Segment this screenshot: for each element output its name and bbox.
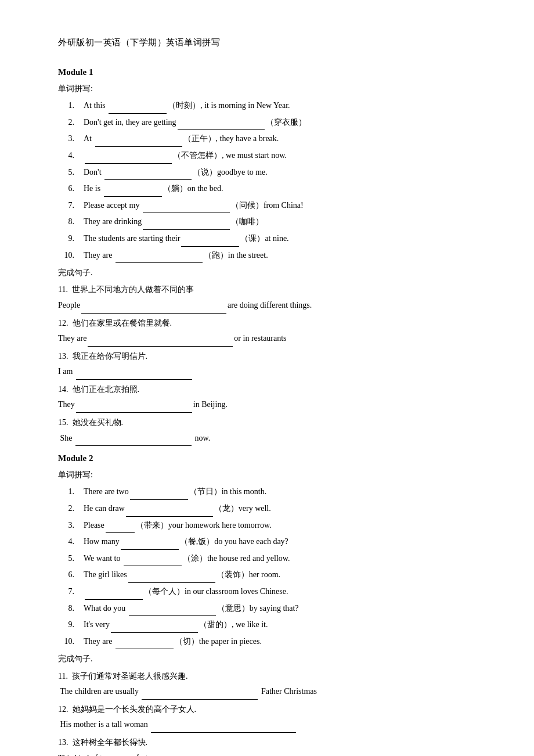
item-content: （不管怎样）, we must start now. xyxy=(84,148,488,164)
item-number: 4. xyxy=(58,148,74,164)
item-content: They are drinking（咖啡） xyxy=(84,214,488,230)
fill-blank[interactable] xyxy=(104,196,162,197)
item-number: 6. xyxy=(58,181,74,197)
item-content: He is （躺）on the bed. xyxy=(84,181,488,197)
list-item: 4. （不管怎样）, we must start now. xyxy=(58,148,488,164)
chinese-text: 15. 她没在买礼物. xyxy=(58,415,488,431)
item-number: 6. xyxy=(58,567,74,583)
fill-blank[interactable] xyxy=(121,549,179,550)
item-content: At this （时刻）, it is morning in New Year. xyxy=(84,98,488,114)
item-number: 7. xyxy=(58,584,74,600)
fill-blank[interactable] xyxy=(178,129,265,130)
fill-blank[interactable] xyxy=(111,632,198,633)
item-content: What do you （意思）by saying that? xyxy=(84,601,488,617)
item-content: The girl likes（装饰）her room. xyxy=(84,567,488,583)
fill-blank[interactable] xyxy=(129,615,216,616)
item-number: 3. xyxy=(58,518,74,534)
module2-spelling-list: 1. There are two（节日）in this month. 2. He… xyxy=(58,484,488,649)
fill-blank[interactable] xyxy=(85,163,172,164)
module1-complete-label: 完成句子. xyxy=(58,265,488,280)
item-number: 3. xyxy=(58,131,74,147)
item-content: He can draw（龙）very well. xyxy=(84,501,488,517)
complete-item: 11. 孩子们通常对圣诞老人很感兴趣. The children are usu… xyxy=(58,669,488,700)
module2: Module 2 单词拼写: 1. There are two（节日）in th… xyxy=(58,451,488,756)
english-text: Theyin Beijing. xyxy=(58,397,488,413)
item-number: 2. xyxy=(58,115,74,131)
list-item: 9. The students are starting their（课）at … xyxy=(58,231,488,247)
fill-blank[interactable] xyxy=(88,346,233,347)
module1-section-label: 单词拼写: xyxy=(58,81,488,96)
item-number: 8. xyxy=(58,214,74,230)
item-content: Please（带来）your homework here tomorrow. xyxy=(84,518,488,534)
item-number: 7. xyxy=(58,198,74,214)
fill-blank[interactable] xyxy=(143,213,230,213)
item-content: At （正午）, they have a break. xyxy=(84,131,488,147)
fill-blank[interactable] xyxy=(128,582,215,583)
complete-item: 11. 世界上不同地方的人做着不同的事 Peopleare doing diff… xyxy=(58,282,488,313)
fill-blank[interactable] xyxy=(76,379,192,380)
chinese-text: 13. 这种树全年都长得快. xyxy=(58,735,488,751)
fill-blank[interactable] xyxy=(151,732,296,733)
item-content: They are （切）the paper in pieces. xyxy=(84,634,488,650)
list-item: 2. Don't get in, they are getting（穿衣服） xyxy=(58,115,488,131)
item-number: 5. xyxy=(58,551,74,567)
chinese-text: 12. 他们在家里或在餐馆里就餐. xyxy=(58,316,488,332)
item-number: 8. xyxy=(58,601,74,617)
english-text: They areor in restaurants xyxy=(58,331,488,347)
item-number: 10. xyxy=(58,634,74,650)
item-number: 5. xyxy=(58,165,74,181)
fill-blank[interactable] xyxy=(116,649,174,649)
module2-section-label: 单词拼写: xyxy=(58,467,488,482)
fill-blank[interactable] xyxy=(143,229,230,230)
module2-title: Module 2 xyxy=(58,451,488,466)
list-item: 1. There are two（节日）in this month. xyxy=(58,484,488,500)
complete-item: 12. 她妈妈是一个长头发的高个子女人. His mother is a tal… xyxy=(58,702,488,733)
complete-item: 15. 她没在买礼物. She now. xyxy=(58,415,488,446)
list-item: 1. At this （时刻）, it is morning in New Ye… xyxy=(58,98,488,114)
fill-blank[interactable] xyxy=(142,699,258,700)
item-number: 9. xyxy=(58,617,74,633)
fill-blank[interactable] xyxy=(75,445,192,446)
module1-complete-section: 完成句子. 11. 世界上不同地方的人做着不同的事 Peopleare doin… xyxy=(58,265,488,446)
chinese-text: 13. 我正在给你写明信片. xyxy=(58,349,488,365)
list-item: 3. At （正午）, they have a break. xyxy=(58,131,488,147)
chinese-text: 12. 她妈妈是一个长头发的高个子女人. xyxy=(58,702,488,718)
complete-item: 13. 这种树全年都长得快. This kind of tree grows f… xyxy=(58,735,488,756)
english-text: This kind of tree grows fast xyxy=(58,751,488,756)
fill-blank[interactable] xyxy=(95,146,182,147)
fill-blank[interactable] xyxy=(130,499,188,500)
list-item: 8. They are drinking（咖啡） xyxy=(58,214,488,230)
item-content: （每个人）in our classroom loves Chinese. xyxy=(84,584,488,600)
complete-item: 12. 他们在家里或在餐馆里就餐. They areor in restaura… xyxy=(58,316,488,347)
module1: Module 1 单词拼写: 1. At this （时刻）, it is mo… xyxy=(58,64,488,446)
module2-complete-section: 完成句子. 11. 孩子们通常对圣诞老人很感兴趣. The children a… xyxy=(58,651,488,756)
list-item: 2. He can draw（龙）very well. xyxy=(58,501,488,517)
item-content: Don't get in, they are getting（穿衣服） xyxy=(84,115,488,131)
chinese-text: 14. 他们正在北京拍照. xyxy=(58,382,488,398)
list-item: 6. The girl likes（装饰）her room. xyxy=(58,567,488,583)
list-item: 5. We want to （涂）the house red and yello… xyxy=(58,551,488,567)
item-content: There are two（节日）in this month. xyxy=(84,484,488,500)
module1-title: Module 1 xyxy=(58,64,488,80)
fill-blank[interactable] xyxy=(106,532,135,533)
list-item: 7. Please accept my （问候）from China! xyxy=(58,198,488,214)
complete-item: 13. 我正在给你写明信片. I am xyxy=(58,349,488,380)
fill-blank[interactable] xyxy=(81,313,226,314)
chinese-text: 11. 孩子们通常对圣诞老人很感兴趣. xyxy=(58,669,488,685)
fill-blank[interactable] xyxy=(104,179,192,180)
english-text: She now. xyxy=(58,431,488,447)
fill-blank[interactable] xyxy=(124,566,182,566)
item-number: 9. xyxy=(58,231,74,247)
fill-blank[interactable] xyxy=(116,262,203,263)
fill-blank[interactable] xyxy=(109,113,167,114)
fill-blank[interactable] xyxy=(126,516,213,517)
module2-complete-label: 完成句子. xyxy=(58,651,488,666)
item-number: 4. xyxy=(58,534,74,550)
item-content: The students are starting their（课）at nin… xyxy=(84,231,488,247)
item-content: How many（餐,饭）do you have each day? xyxy=(84,534,488,550)
item-number: 2. xyxy=(58,501,74,517)
fill-blank[interactable] xyxy=(76,412,192,413)
fill-blank[interactable] xyxy=(181,246,239,247)
list-item: 6. He is （躺）on the bed. xyxy=(58,181,488,197)
fill-blank[interactable] xyxy=(85,599,143,600)
